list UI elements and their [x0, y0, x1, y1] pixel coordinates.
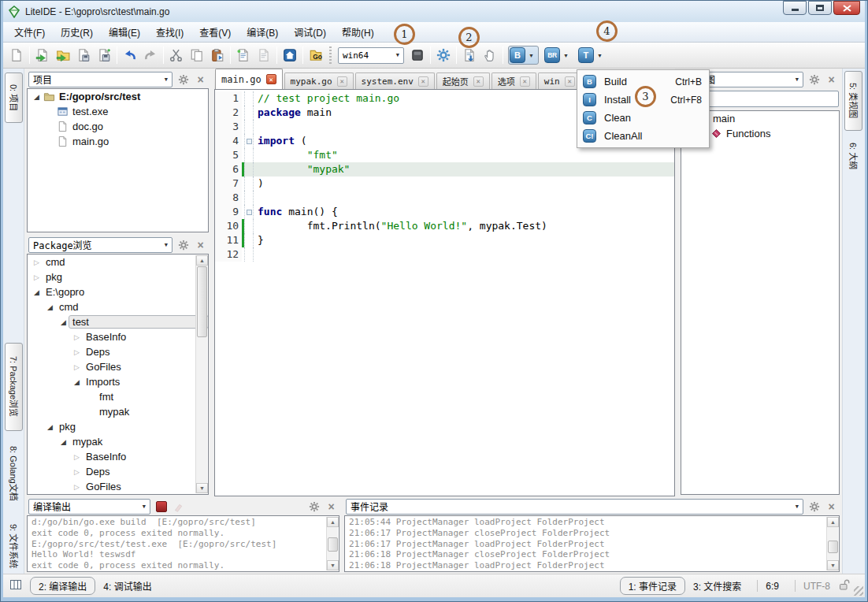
event-log-close-icon[interactable]: ×	[825, 500, 838, 513]
tree-row[interactable]: ◢test	[28, 314, 208, 329]
package-panel-combo[interactable]: Package浏览 ▼	[28, 237, 172, 253]
open-file-button[interactable]	[32, 45, 53, 65]
event-log-gear-icon[interactable]	[807, 500, 821, 513]
resize-grip[interactable]	[854, 586, 863, 596]
collapsed-icon[interactable]: ▷	[71, 348, 83, 356]
scroll-up-icon[interactable]: ▲	[827, 517, 839, 527]
fold-marker-icon[interactable]	[247, 210, 252, 215]
tab-close-icon[interactable]: ✕	[473, 76, 484, 87]
tab--[interactable]: 选项✕	[491, 72, 536, 89]
code-editor[interactable]: 1// test project main.go2package main34i…	[214, 89, 675, 496]
menu-debug[interactable]: 调试(D)	[286, 22, 334, 42]
scroll-up-icon[interactable]: ▲	[327, 517, 339, 527]
collapsed-icon[interactable]: ▷	[31, 273, 43, 281]
expanded-icon[interactable]: ◢	[57, 438, 69, 446]
expanded-icon[interactable]: ◢	[44, 423, 56, 431]
menu-recent[interactable]: 历史(R)	[53, 22, 101, 42]
menu-item-clean[interactable]: CClean	[577, 109, 709, 127]
expanded-icon[interactable]: ◢	[44, 303, 56, 311]
project-panel-combo[interactable]: 项目 ▼	[28, 72, 172, 87]
build-output-scrollbar[interactable]: ▲ ▼	[326, 517, 338, 570]
code-line[interactable]: 10 fmt.Println("Hello World!", mypak.Tes…	[215, 219, 674, 233]
classview-panel-close-icon[interactable]: ×	[825, 72, 838, 86]
scroll-down-icon[interactable]: ▼	[327, 560, 339, 570]
lock-icon[interactable]	[838, 578, 851, 593]
save-all-button[interactable]	[94, 45, 114, 65]
expanded-icon[interactable]: ◢	[57, 318, 69, 326]
expanded-icon[interactable]: ◢	[31, 93, 43, 101]
toggle-build-output[interactable]: 2: 编译输出	[30, 577, 95, 595]
tree-row[interactable]: main.go	[28, 134, 208, 149]
insert-snippet-button[interactable]	[233, 45, 254, 65]
tree-row[interactable]: fmt	[28, 389, 208, 404]
tree-row[interactable]: mypak	[28, 404, 208, 419]
scroll-down-icon[interactable]: ▼	[827, 560, 839, 570]
build-output-close-icon[interactable]: ×	[325, 500, 338, 513]
event-log-body[interactable]: 21:05:44 ProjectManager loadProject Fold…	[344, 515, 840, 572]
tree-row[interactable]: ◢pkg	[28, 419, 208, 434]
redo-button[interactable]	[140, 45, 161, 65]
tree-row[interactable]: test.exe	[28, 104, 208, 119]
minimize-button[interactable]	[783, 1, 807, 15]
tab-close-icon[interactable]: ✕	[337, 76, 347, 87]
tree-row[interactable]: ◢mypak	[28, 434, 208, 449]
tab-close-icon[interactable]: ✕	[266, 74, 276, 84]
package-tree-scrollbar[interactable]: ▲ ▼	[195, 255, 207, 493]
menu-help[interactable]: 帮助(H)	[334, 22, 382, 42]
code-line[interactable]: 12	[215, 247, 674, 262]
tab-system-env[interactable]: system.env✕	[355, 72, 435, 89]
tree-row[interactable]: ▷Deps	[28, 344, 208, 359]
cut-button[interactable]	[166, 45, 187, 65]
menu-item-cleanall[interactable]: C!CleanAll	[577, 127, 709, 145]
code-line[interactable]: 6 "mypak"	[215, 162, 674, 177]
tab-close-icon[interactable]: ✕	[418, 76, 428, 87]
tree-row[interactable]: ◢cmd	[28, 299, 208, 314]
options-gear-button[interactable]	[433, 45, 454, 65]
dock-tab-0-项目[interactable]: 0: 项目	[5, 72, 23, 123]
home-button[interactable]	[280, 45, 300, 65]
scrollbar-thumb[interactable]	[328, 537, 338, 552]
build-dropdown-button[interactable]: B▼	[508, 46, 539, 65]
tree-row[interactable]: ▷GoFiles	[28, 359, 208, 374]
tab-main-go[interactable]: main.go✕	[215, 69, 283, 89]
tab-close-icon[interactable]: ✕	[565, 76, 575, 87]
tree-row[interactable]: ▷pkg	[28, 269, 208, 284]
dock-tab-5-类视图[interactable]: 5: 类视图	[844, 71, 862, 131]
go-env-button[interactable]: Go	[306, 45, 326, 65]
package-panel-close-icon[interactable]: ×	[194, 238, 207, 251]
tree-row[interactable]: ◢E:\gopro	[28, 284, 208, 299]
scroll-up-icon[interactable]: ▲	[196, 255, 208, 266]
code-line[interactable]: 5 "fmt"	[215, 148, 674, 162]
collapsed-icon[interactable]: ▷	[71, 468, 83, 476]
tree-row[interactable]: ◢E:/gopro/src/test	[28, 89, 208, 104]
new-file-button[interactable]	[6, 45, 27, 65]
code-line[interactable]: 8	[215, 191, 674, 205]
collapsed-icon[interactable]: ▷	[31, 258, 43, 266]
dock-tab-6-大纲[interactable]: 6: 大纲	[844, 135, 862, 177]
tab-mypak-go[interactable]: mypak.go✕	[284, 72, 354, 89]
expanded-icon[interactable]: ◢	[71, 378, 83, 386]
paste-button[interactable]	[207, 45, 228, 65]
scroll-down-icon[interactable]: ▼	[196, 483, 208, 493]
save-file-button[interactable]	[73, 45, 94, 65]
code-line[interactable]: 11}	[215, 233, 674, 247]
build-run-dropdown-button[interactable]: BR▼	[543, 46, 573, 64]
classview-panel-gear-icon[interactable]	[807, 72, 821, 86]
build-config-button[interactable]	[407, 45, 428, 65]
build-output-combo[interactable]: 编译输出 ▼	[28, 499, 150, 515]
toggle-event-log[interactable]: 1: 事件记录	[620, 577, 685, 595]
tree-row[interactable]: doc.go	[28, 119, 208, 134]
event-log-combo[interactable]: 事件记录 ▼	[346, 499, 803, 515]
menu-build[interactable]: 编译(B)	[239, 22, 286, 42]
tree-row[interactable]: ▷BaseInfo	[28, 449, 208, 464]
tree-row[interactable]: ◢Imports	[28, 374, 208, 389]
collapsed-icon[interactable]: ▷	[71, 483, 83, 491]
tab-win[interactable]: win✕	[538, 72, 581, 89]
tree-row[interactable]: ▷GoFiles	[28, 479, 208, 494]
doc-gray-button[interactable]	[254, 45, 274, 65]
collapsed-icon[interactable]: ▷	[71, 333, 83, 341]
menu-find[interactable]: 查找(I)	[148, 22, 191, 42]
toggle-debug-output[interactable]: 4: 调试输出	[103, 579, 151, 593]
dock-tab-9-文件系统[interactable]: 9: 文件系统	[5, 515, 23, 578]
copy-button[interactable]	[187, 45, 207, 65]
